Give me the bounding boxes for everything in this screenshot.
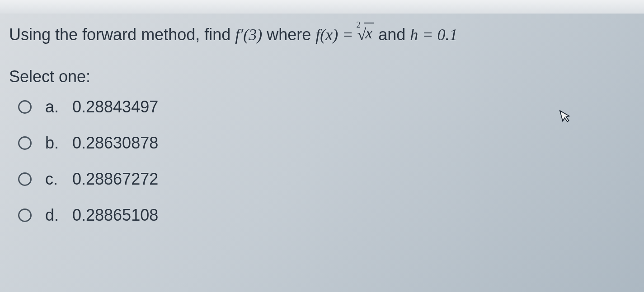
question-where: where — [267, 25, 315, 44]
root-index: 2 — [356, 19, 360, 31]
radio-button-a[interactable] — [18, 100, 32, 114]
math-fx: f(x) = — [315, 26, 357, 44]
option-b[interactable]: b. 0.28630878 — [9, 134, 635, 153]
option-value-b: 0.28630878 — [72, 134, 158, 153]
root-expression: 2 √x — [357, 23, 374, 47]
question-text: Using the forward method, find f′(3) whe… — [9, 23, 635, 47]
option-value-a: 0.28843497 — [72, 97, 158, 116]
option-d[interactable]: d. 0.28865108 — [9, 206, 635, 225]
select-prompt: Select one: — [9, 67, 635, 86]
option-label-a: a. — [45, 97, 72, 116]
option-label-c: c. — [45, 170, 72, 189]
option-label-d: d. — [45, 206, 72, 225]
radio-button-b[interactable] — [18, 136, 32, 150]
math-h: h = 0.1 — [410, 26, 457, 44]
radio-button-d[interactable] — [18, 209, 32, 222]
option-a[interactable]: a. 0.28843497 — [9, 97, 635, 116]
option-value-c: 0.28867272 — [72, 170, 158, 189]
option-label-b: b. — [45, 134, 72, 153]
math-fprime: f′(3) — [235, 26, 262, 44]
root-arg: x — [364, 23, 374, 43]
radio-button-c[interactable] — [18, 172, 32, 186]
question-and: and — [378, 25, 410, 44]
option-c[interactable]: c. 0.28867272 — [9, 170, 635, 189]
options-list: a. 0.28843497 b. 0.28630878 c. 0.2886727… — [9, 97, 635, 225]
top-bar — [0, 0, 644, 14]
option-value-d: 0.28865108 — [72, 206, 158, 225]
question-prefix: Using the forward method, find — [9, 25, 235, 44]
